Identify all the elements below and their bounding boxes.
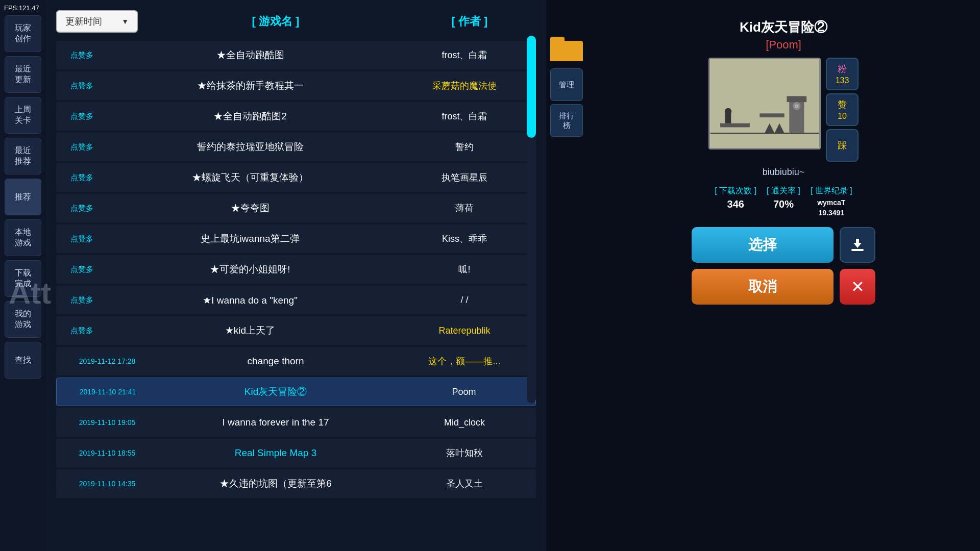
sidebar-item-player-create[interactable]: 玩家创作 — [5, 15, 41, 52]
worldrecord-stat: [ 世界纪录 ] wymcaT 19.3491 — [811, 186, 852, 217]
row-author-4: 执笔画星辰 — [398, 171, 531, 184]
game-row-7[interactable]: 点赞多★可爱的小姐姐呀!呱! — [56, 255, 536, 284]
game-row-3[interactable]: 点赞多誓约的泰拉瑞亚地狱冒险誓约 — [56, 133, 536, 161]
row-name-10: change thorn — [153, 356, 398, 367]
zan-count: 10 — [838, 112, 847, 121]
row-name-12: I wanna forever in the 17 — [153, 417, 398, 428]
row-name-5: ★夸夸图 — [102, 202, 398, 215]
sidebar-item-recommend[interactable]: 推荐 — [5, 179, 41, 215]
row-author-5: 薄荷 — [398, 202, 531, 214]
row-name-8: ★I wanna do a "keng" — [102, 294, 398, 306]
row-tag-12: 2019-11-10 19:05 — [61, 418, 153, 427]
bottom-buttons: 选择 取消 ✕ — [692, 227, 875, 305]
row-tag-1: 点赞多 — [61, 81, 102, 91]
tread-icon: 踩 — [838, 139, 847, 152]
worldrecord-time: 19.3491 — [818, 209, 844, 217]
sidebar-item-recent-update[interactable]: 最近更新 — [5, 56, 41, 93]
sidebar-item-local-game[interactable]: 本地游戏 — [5, 219, 41, 256]
main-content: 更新时间 ▼ [ 游戏名 ] [ 作者 ] 点赞多★全自动跑酷图frost、白霜… — [46, 0, 546, 551]
sort-label: 更新时间 — [65, 15, 102, 28]
svg-rect-4 — [725, 113, 731, 123]
game-row-5[interactable]: 点赞多★夸夸图薄荷 — [56, 194, 536, 222]
row-tag-2: 点赞多 — [61, 112, 102, 121]
col-game-name: [ 游戏名 ] — [148, 14, 403, 29]
row-name-2: ★全自动跑酷图2 — [102, 110, 398, 123]
zan-icon: 赞 — [838, 98, 847, 111]
row-author-7: 呱! — [398, 263, 531, 276]
game-row-0[interactable]: 点赞多★全自动跑酷图frost、白霜 — [56, 41, 536, 69]
downloads-label: [ 下载次数 ] — [715, 186, 756, 196]
game-row-1[interactable]: 点赞多★给抹茶的新手教程其一采蘑菇的魔法使 — [56, 71, 536, 100]
game-row-9[interactable]: 点赞多★kid上天了Raterepublik — [56, 316, 536, 345]
downloads-stat: [ 下载次数 ] 346 — [715, 186, 756, 217]
sort-dropdown[interactable]: 更新时间 ▼ — [56, 10, 138, 33]
close-icon: ✕ — [851, 277, 865, 296]
game-title: Kid灰天冒险② — [740, 18, 827, 36]
select-row: 选择 — [692, 227, 875, 263]
row-tag-11: 2019-11-10 21:41 — [62, 388, 154, 396]
download-button[interactable] — [840, 227, 875, 263]
game-preview — [708, 58, 821, 149]
row-tag-3: 点赞多 — [61, 142, 102, 152]
game-row-14[interactable]: 2019-11-10 14:35★久违的坑图（更新至第6圣人又土 — [56, 469, 536, 498]
svg-marker-13 — [853, 239, 862, 248]
cancel-row: 取消 ✕ — [692, 269, 875, 305]
cancel-button[interactable]: 取消 — [692, 269, 834, 305]
close-button[interactable]: ✕ — [840, 269, 875, 305]
game-row-8[interactable]: 点赞多★I wanna do a "keng"/ / — [56, 286, 536, 314]
tread-btn[interactable]: 踩 — [826, 129, 859, 162]
ranking-btn[interactable]: 排行榜 — [550, 104, 583, 137]
worldrecord-name: wymcaT — [817, 198, 845, 207]
scrollbar-thumb[interactable] — [527, 36, 536, 138]
svg-rect-7 — [787, 96, 807, 103]
zan-btn[interactable]: 赞 10 — [826, 93, 859, 126]
row-name-6: 史上最坑iwanna第二弹 — [102, 232, 398, 245]
game-row-13[interactable]: 2019-11-10 18:55Real Simple Map 3落叶知秋 — [56, 439, 536, 467]
row-name-11: Kid灰天冒险② — [154, 385, 398, 398]
column-headers: [ 游戏名 ] [ 作者 ] — [148, 14, 536, 29]
row-author-12: Mid_clock — [398, 417, 531, 428]
row-tag-6: 点赞多 — [61, 234, 102, 244]
game-row-11[interactable]: 2019-11-10 21:41Kid灰天冒险②Poom — [56, 378, 536, 406]
game-row-6[interactable]: 点赞多史上最坑iwanna第二弹Kiss、乖乖 — [56, 224, 536, 253]
clearrate-value: 70% — [773, 198, 794, 210]
row-author-6: Kiss、乖乖 — [398, 233, 531, 245]
sidebar-item-find[interactable]: 查找 — [5, 342, 41, 379]
game-row-12[interactable]: 2019-11-10 19:05I wanna forever in the 1… — [56, 408, 536, 437]
svg-rect-3 — [760, 113, 784, 117]
svg-rect-2 — [720, 123, 750, 128]
row-name-7: ★可爱的小姐姐呀! — [102, 263, 398, 276]
row-name-3: 誓约的泰拉瑞亚地狱冒险 — [102, 140, 398, 154]
row-tag-14: 2019-11-10 14:35 — [61, 480, 153, 488]
col-author: [ 作者 ] — [403, 14, 536, 29]
pink-btn[interactable]: 粉 133 — [826, 58, 859, 90]
row-name-13: Real Simple Map 3 — [153, 447, 398, 459]
row-name-0: ★全自动跑酷图 — [102, 48, 398, 62]
download-icon — [849, 237, 866, 253]
row-author-1: 采蘑菇的魔法使 — [398, 80, 531, 92]
game-row-4[interactable]: 点赞多★螺旋飞天（可重复体验）执笔画星辰 — [56, 163, 536, 192]
game-author: [Poom] — [766, 38, 801, 52]
row-name-4: ★螺旋飞天（可重复体验） — [102, 171, 398, 184]
select-button[interactable]: 选择 — [692, 227, 834, 263]
row-tag-4: 点赞多 — [61, 173, 102, 183]
sidebar-item-recent-recommend[interactable]: 最近推荐 — [5, 138, 41, 174]
manage-btn[interactable]: 管理 — [550, 68, 583, 101]
row-tag-10: 2019-11-12 17:28 — [61, 357, 153, 365]
scrollbar[interactable] — [527, 36, 536, 403]
svg-point-5 — [725, 108, 732, 115]
row-author-14: 圣人又土 — [398, 478, 531, 490]
row-tag-0: 点赞多 — [61, 51, 102, 60]
sidebar-item-weekly-clear[interactable]: 上周关卡 — [5, 97, 41, 134]
row-author-3: 誓约 — [398, 141, 531, 153]
game-row-2[interactable]: 点赞多★全自动跑酷图2frost、白霜 — [56, 102, 536, 131]
fps-counter: FPS:121.47 — [4, 4, 39, 12]
game-row-10[interactable]: 2019-11-12 17:28change thorn这个，额——推... — [56, 347, 536, 375]
row-tag-8: 点赞多 — [61, 295, 102, 305]
right-action-btns: 粉 133 赞 10 踩 — [826, 58, 859, 162]
row-name-14: ★久违的坑图（更新至第6 — [153, 477, 398, 490]
row-author-0: frost、白霜 — [398, 49, 531, 61]
row-author-10: 这个，额——推... — [398, 355, 531, 367]
pink-icon: 粉 — [838, 63, 847, 75]
right-panel: 管理 排行榜 Kid灰天冒险② [Poom] — [546, 0, 980, 551]
